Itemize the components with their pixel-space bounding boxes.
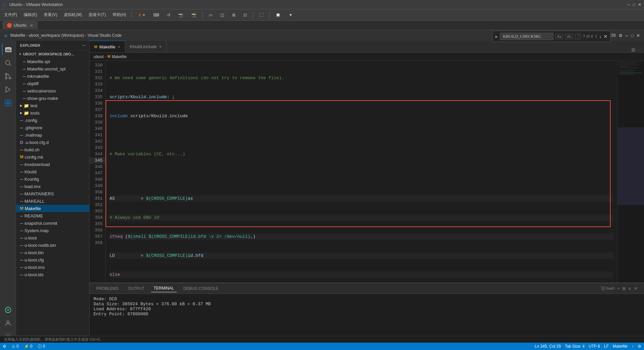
sidebar-item-system-map[interactable]: ─ System.map: [16, 227, 89, 234]
menu-view[interactable]: 查看(V): [42, 11, 58, 18]
more-editor-icon[interactable]: ···: [637, 47, 641, 52]
toolbar-view3[interactable]: ⊞: [230, 12, 237, 18]
maximize-button[interactable]: □: [633, 2, 635, 7]
sidebar-item-kbuild[interactable]: ─ Kbuild: [16, 168, 89, 175]
sidebar-item-test[interactable]: ▶ 📁 test: [16, 102, 89, 109]
ubuntu-tab-close[interactable]: ✕: [30, 23, 33, 28]
code-content[interactable]: # We need some generic definitions (do n…: [106, 61, 617, 283]
toolbar-view2[interactable]: ◫: [218, 12, 226, 18]
activity-account[interactable]: [2, 317, 14, 329]
sidebar-item-maintainers[interactable]: ─ MAINTAINERS: [16, 190, 89, 197]
terminal-tab-output[interactable]: OUTPUT: [125, 285, 147, 292]
menu-edit[interactable]: 编辑(E): [22, 11, 38, 18]
sidebar-item-u-boot-lds[interactable]: ─ u-boot.lds: [16, 271, 89, 278]
sidebar-workspace-root[interactable]: ▼ UBOOT_WORKSPACE (WO...: [16, 50, 89, 58]
tab-close-kbuild-include[interactable]: ✕: [159, 45, 162, 48]
sidebar-item-uboot-cfg-d[interactable]: D .u-boot.cfg.d: [16, 139, 89, 146]
sidebar-item-imxdownload[interactable]: ─ imxdownload: [16, 161, 89, 168]
terminal-close-btn[interactable]: ✕: [634, 286, 637, 291]
status-cursor[interactable]: Ln 345, Col 29: [535, 344, 561, 349]
menu-help[interactable]: 帮助(H): [111, 11, 128, 18]
toolbar-unity[interactable]: 🔲: [274, 12, 283, 18]
vscode-minimize-btn[interactable]: ─: [625, 33, 628, 38]
toolbar-fullscreen[interactable]: ⛶: [257, 12, 265, 18]
sidebar-item-mailmap[interactable]: ─ .mailmap: [16, 131, 89, 139]
menu-file[interactable]: 文件(F): [3, 11, 18, 18]
minimize-button[interactable]: ─: [627, 2, 630, 7]
status-settings-icon[interactable]: ⚙: [638, 344, 641, 349]
toolbar-revert[interactable]: ↺: [165, 12, 172, 18]
terminal-up-btn[interactable]: ∧: [628, 286, 631, 291]
status-warnings[interactable]: ⚡ 0: [24, 344, 32, 349]
sidebar-item-makeall[interactable]: ─ MAKEALL: [16, 197, 89, 205]
vscode-maximize-btn[interactable]: □: [631, 33, 634, 38]
sidebar-item-config[interactable]: ─ .config: [16, 117, 89, 124]
line-num-336: 336: [90, 100, 105, 107]
sidebar-item-build-sh[interactable]: ─ build.sh: [16, 146, 89, 153]
status-git-icon[interactable]: ⚙: [3, 344, 6, 349]
line-num-332: 332: [90, 75, 105, 81]
terminal-tab-debug-console[interactable]: DEBUG CONSOLE: [181, 285, 221, 292]
ubuntu-tab[interactable]: Ubuntu ✕: [3, 21, 37, 29]
sidebar-item-setlocalversion[interactable]: ─ setlocalversion: [16, 87, 89, 95]
toolbar-send-ctrl-alt-del[interactable]: ⌨: [151, 12, 161, 18]
sidebar-item-objdiff[interactable]: ─ objdiff: [16, 80, 89, 87]
toolbar-snapshot1[interactable]: 📷: [176, 12, 185, 18]
status-tab-size[interactable]: Tab Size: 4: [565, 344, 585, 349]
breadcrumb-makefile[interactable]: Makefile: [112, 54, 127, 59]
sidebar-item-gitignore[interactable]: ─ .gitignore: [16, 124, 89, 131]
sidebar-item-show-gnu-make[interactable]: ─ show-gnu-make: [16, 95, 89, 102]
sidebar-item-u-boot-nodtb[interactable]: ─ u-boot-nodtb.bin: [16, 241, 89, 249]
sidebar-item-readme[interactable]: ─ README: [16, 212, 89, 219]
menu-tabs[interactable]: 选项卡(T): [87, 11, 107, 18]
terminal-content[interactable]: Mode: DCD Data Size: 385024 Bytes = 376.…: [90, 294, 644, 343]
close-button[interactable]: ✕: [638, 2, 641, 7]
activity-search[interactable]: [2, 57, 14, 69]
sidebar-item-config-mk[interactable]: M config.mk: [16, 153, 89, 161]
status-sync-icon[interactable]: ↑: [632, 344, 634, 349]
toolbar-view1[interactable]: ▭: [207, 12, 214, 18]
activity-remote[interactable]: [2, 304, 14, 316]
sidebar-item-makefile-spl[interactable]: ─ Makefile.spl: [16, 58, 89, 65]
status-language[interactable]: Makefile: [613, 344, 628, 349]
terminal-tab-terminal[interactable]: TERMINAL: [151, 285, 177, 292]
sidebar-item-u-boot-imx[interactable]: ─ u-boot.imx: [16, 264, 89, 271]
sidebar-item-makefile-uncmd[interactable]: ─ Makefile.uncmd_spl: [16, 65, 89, 72]
sidebar-item-u-boot[interactable]: ─ u-boot: [16, 234, 89, 241]
toolbar-power[interactable]: ⏸ ▼: [136, 12, 147, 18]
sidebar-item-u-boot-cfg[interactable]: ─ u-boot.cfg: [16, 256, 89, 264]
activity-explorer[interactable]: [2, 43, 14, 55]
sidebar-item-tools[interactable]: ▶ 📁 tools: [16, 109, 89, 117]
status-encoding[interactable]: UTF-8: [589, 344, 600, 349]
status-line-ending[interactable]: LF: [604, 344, 609, 349]
sidebar-item-kconfig[interactable]: ─ Kconfig: [16, 175, 89, 183]
toolbar-arrow[interactable]: ▼: [287, 12, 295, 18]
tab-close-makefile[interactable]: ✕: [118, 45, 120, 49]
activity-git[interactable]: [2, 70, 14, 82]
status-errors[interactable]: ⚠ 0: [12, 344, 19, 349]
sidebar-item-u-boot-bin[interactable]: ─ u-boot.bin: [16, 249, 89, 256]
breadcrumb: uboot › M Makefile: [90, 53, 644, 61]
activity-extensions[interactable]: [2, 97, 14, 109]
status-info[interactable]: ⓘ 0: [38, 344, 45, 349]
sidebar-item-snapshot-commit[interactable]: ─ snapshot.commit: [16, 219, 89, 227]
toolbar-snapshot2[interactable]: 📸: [189, 12, 198, 18]
terminal-tab-problems[interactable]: PROBLEMS: [94, 285, 121, 292]
terminal-add-btn[interactable]: +: [617, 286, 620, 291]
menu-vm[interactable]: 虚拟机(M): [62, 11, 83, 18]
tab-kbuild-include[interactable]: Kbuild.include ✕: [125, 41, 167, 52]
sidebar-item-makefile[interactable]: M Makefile: [16, 205, 89, 212]
file-icon-show-gnu-make: ─: [23, 96, 26, 101]
toolbar-view4[interactable]: ⊡: [241, 12, 249, 18]
tab-makefile[interactable]: M Makefile ✕: [90, 41, 125, 52]
sidebar-item-mkmakefile[interactable]: ─ mkmakefile: [16, 72, 89, 80]
terminal-split-btn[interactable]: ⊞: [622, 286, 626, 291]
split-editor-icon[interactable]: ⊞: [631, 47, 635, 52]
sidebar-more-btn[interactable]: ···: [82, 43, 85, 47]
breadcrumb-uboot[interactable]: uboot: [94, 54, 104, 59]
vscode-settings-icon[interactable]: ⚙: [619, 33, 623, 38]
activity-debug[interactable]: [2, 83, 14, 96]
vscode-close-btn[interactable]: ✕: [636, 33, 640, 38]
sidebar-item-load-imx[interactable]: ─ load.imx: [16, 183, 89, 190]
file-icon-m-config: M: [20, 155, 23, 159]
